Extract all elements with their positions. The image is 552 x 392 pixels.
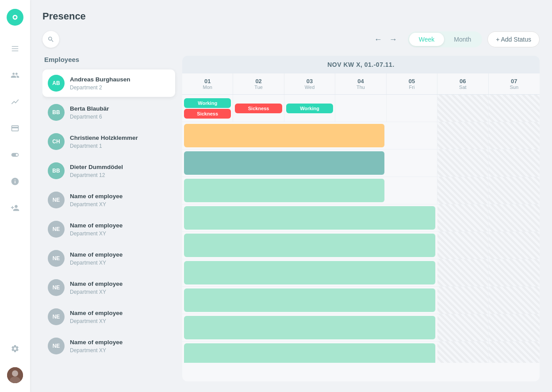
prev-arrow[interactable]: ←: [372, 33, 384, 46]
svg-rect-2: [12, 46, 19, 47]
calendar: NOV KW X, 01.-07.11. 01Mon02Tue03Wed04Th…: [182, 56, 540, 381]
employee-dept: Department 12: [70, 172, 170, 178]
day-header: 03Wed: [284, 73, 335, 94]
weekend-cell: [489, 150, 540, 177]
calendar-cell: [387, 95, 437, 122]
status-span-cell: [184, 206, 436, 230]
employee-avatar: CH: [48, 133, 65, 150]
search-button[interactable]: [42, 31, 59, 48]
settings-icon[interactable]: [7, 341, 23, 357]
status-block: Sickness: [184, 109, 231, 119]
day-header: 07Sun: [489, 73, 540, 94]
weekend-cell: [437, 177, 488, 204]
employee-item[interactable]: NE Name of employee Department XY: [42, 303, 175, 331]
employee-name: Berta Blaubär: [70, 105, 170, 113]
employee-item[interactable]: NE Name of employee Department XY: [42, 274, 175, 301]
employee-info: Name of employee Department XY: [70, 192, 170, 208]
employee-name: Name of employee: [70, 251, 170, 259]
employee-avatar: NE: [48, 221, 65, 238]
employees-label: Employees: [42, 56, 175, 63]
week-view-button[interactable]: Week: [409, 33, 445, 46]
status-span-cell: [184, 316, 436, 339]
day-number: 03: [288, 78, 331, 85]
employee-item[interactable]: BB Dieter Dummdödel Department 12: [42, 157, 175, 184]
next-arrow[interactable]: →: [387, 33, 399, 46]
status-block: Working: [286, 104, 333, 113]
user-add-icon[interactable]: [7, 200, 23, 216]
users-icon[interactable]: [7, 67, 23, 83]
app-logo[interactable]: [7, 9, 23, 26]
day-number: 07: [492, 78, 536, 85]
employee-dept: Department 6: [70, 114, 170, 120]
weekend-cell: [489, 177, 540, 204]
weekend-cell: [489, 232, 540, 259]
employee-avatar: NE: [48, 279, 65, 296]
chart-icon[interactable]: [7, 94, 23, 110]
employee-info: Berta Blaubär Department 6: [70, 105, 170, 120]
employee-avatar: NE: [48, 338, 65, 354]
status-block: Working: [184, 98, 231, 108]
day-name: Wed: [288, 85, 331, 90]
employee-name: Andreas Burghausen: [70, 76, 170, 84]
employee-info: Dieter Dummdödel Department 12: [70, 163, 170, 178]
weekend-cell: [437, 314, 488, 341]
employee-item[interactable]: BB Berta Blaubär Department 6: [42, 99, 175, 126]
employee-avatar: NE: [48, 250, 65, 267]
avatar[interactable]: [7, 367, 23, 383]
weekend-cell: [437, 287, 488, 314]
svg-point-6: [12, 370, 18, 377]
day-name: Fri: [390, 85, 433, 90]
svg-point-1: [14, 16, 16, 19]
weekend-cell: [489, 287, 540, 314]
status-span-cell: [184, 179, 385, 202]
employee-item[interactable]: CH Christiene Holzklemmer Department 1: [42, 128, 175, 155]
avatar-image: [7, 367, 23, 383]
employee-item[interactable]: NE Name of employee Department XY: [42, 215, 175, 243]
calendar-cell: WorkingSickness: [182, 95, 233, 122]
employee-avatar: NE: [48, 308, 65, 325]
employee-info: Andreas Burghausen Department 2: [70, 76, 170, 91]
table-row: [182, 232, 540, 259]
employee-item[interactable]: NE Name of employee Department XY: [42, 332, 175, 360]
calendar-cell: Working: [284, 95, 335, 122]
card-icon[interactable]: [7, 120, 23, 136]
empty-cell: [387, 150, 437, 177]
toggle-icon[interactable]: [7, 147, 23, 163]
table-row: [182, 177, 540, 204]
employee-avatar: AB: [48, 75, 65, 92]
coin-icon[interactable]: [7, 173, 23, 189]
weekend-cell: [437, 150, 488, 177]
table-row: [182, 287, 540, 314]
month-view-button[interactable]: Month: [444, 33, 481, 46]
toolbar: ← → Week Month + Add Status: [42, 31, 540, 48]
employee-item[interactable]: AB Andreas Burghausen Department 2: [42, 69, 175, 97]
day-name: Mon: [186, 85, 229, 90]
table-row: WorkingSicknessSicknessWorking: [182, 95, 540, 122]
employee-name: Christiene Holzklemmer: [70, 134, 170, 142]
status-span-cell: [184, 261, 436, 284]
employee-name: Name of employee: [70, 192, 170, 200]
weekend-cell: [489, 314, 540, 341]
employee-info: Name of employee Department XY: [70, 309, 170, 324]
calendar-cell: [335, 95, 386, 122]
status-span-cell: [184, 343, 436, 363]
weekend-cell: [437, 232, 488, 259]
employee-info: Name of employee Department XY: [70, 338, 170, 354]
status-block: Sickness: [235, 104, 282, 113]
add-status-button[interactable]: + Add Status: [487, 31, 540, 47]
table-row: [182, 122, 540, 150]
menu-icon[interactable]: [7, 41, 23, 57]
day-number: 02: [237, 78, 280, 85]
day-number: 06: [441, 78, 484, 85]
employee-info: Name of employee Department XY: [70, 222, 170, 237]
table-row: [182, 150, 540, 177]
employee-item[interactable]: NE Name of employee Department XY: [42, 186, 175, 214]
content-area: Employees AB Andreas Burghausen Departme…: [42, 56, 540, 381]
employee-item[interactable]: NE Name of employee Department XY: [42, 245, 175, 272]
weekend-cell: [437, 342, 488, 363]
day-number: 05: [390, 78, 433, 85]
employee-avatar: BB: [48, 104, 65, 121]
day-number: 01: [186, 78, 229, 85]
day-name: Sat: [441, 85, 484, 90]
nav-arrows: ← →: [372, 33, 399, 46]
